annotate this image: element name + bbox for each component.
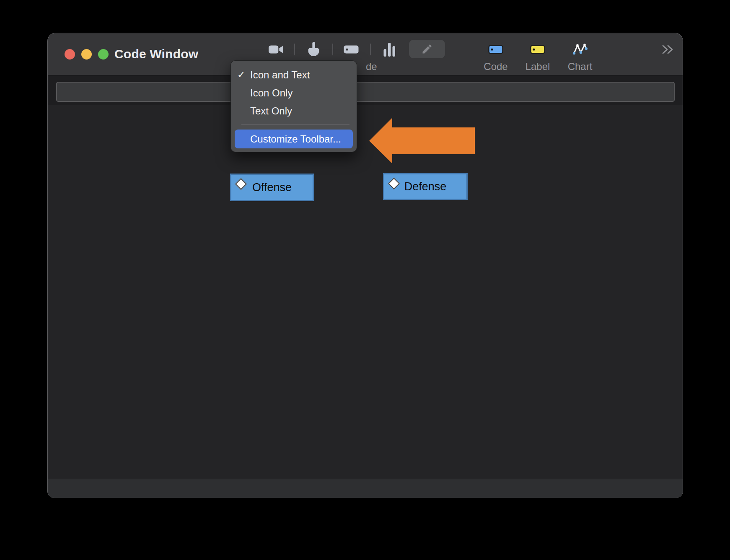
toolbar-partial-label: de <box>366 61 377 73</box>
window-title: Code Window <box>114 47 198 61</box>
pencil-icon <box>421 43 433 55</box>
defense-button[interactable]: Defense <box>383 173 468 200</box>
diamond-handle-icon[interactable] <box>235 178 247 190</box>
menu-item-label: Text Only <box>250 105 292 117</box>
offense-button-label: Offense <box>252 181 292 194</box>
toolbar-separator <box>332 44 333 55</box>
annotation-arrow-left-icon <box>365 114 480 168</box>
menu-separator <box>241 124 349 125</box>
toolbar-separator <box>370 44 371 55</box>
video-camera-icon[interactable] <box>269 44 284 54</box>
pointer-hand-icon[interactable] <box>308 42 319 56</box>
defense-button-label: Defense <box>404 180 447 193</box>
code-window: Code Window <box>47 33 683 498</box>
badge-icon[interactable] <box>344 45 359 54</box>
close-button[interactable] <box>65 49 75 60</box>
menu-item-label: Icon Only <box>250 87 293 99</box>
menu-item-icon-and-text[interactable]: ✓ Icon and Text <box>231 66 357 84</box>
offense-button[interactable]: Offense <box>230 174 314 201</box>
traffic-lights <box>65 49 109 60</box>
code-badge-icon[interactable] <box>488 45 503 54</box>
toolbar-context-menu: ✓ Icon and Text Icon Only Text Only Cust… <box>230 60 357 152</box>
label-badge-icon[interactable] <box>530 45 545 54</box>
titlebar[interactable]: Code Window <box>48 33 683 75</box>
menu-item-text-only[interactable]: Text Only <box>231 102 357 120</box>
toolbar-item-label-chart[interactable]: Chart <box>555 61 605 73</box>
bar-chart-icon[interactable] <box>383 43 396 57</box>
minimize-button[interactable] <box>81 49 92 60</box>
menu-item-icon-only[interactable]: Icon Only <box>231 84 357 102</box>
window-footer <box>48 479 683 498</box>
toolbar-text-field[interactable] <box>56 82 675 102</box>
zoom-button[interactable] <box>98 49 109 60</box>
field-band <box>48 75 683 105</box>
menu-item-customize-toolbar[interactable]: Customize Toolbar... <box>235 130 353 148</box>
toolbar-separator <box>294 44 295 55</box>
chevron-double-right-icon[interactable] <box>661 44 674 55</box>
menu-item-label: Customize Toolbar... <box>250 133 341 145</box>
edit-mode-button[interactable] <box>409 40 445 58</box>
diamond-handle-icon[interactable] <box>388 178 400 189</box>
desktop-background: Code Window <box>0 0 730 560</box>
chart-line-icon[interactable] <box>572 43 588 55</box>
checkmark-icon: ✓ <box>237 66 245 84</box>
menu-item-label: Icon and Text <box>250 69 310 80</box>
